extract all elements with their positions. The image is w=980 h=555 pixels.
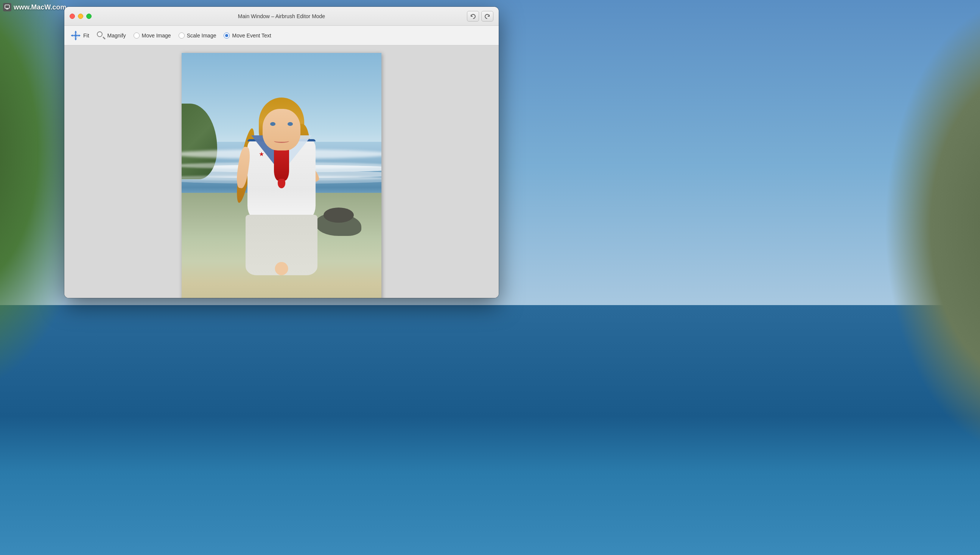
svg-point-10 <box>75 34 77 36</box>
main-image[interactable]: ★ <box>182 53 381 298</box>
undo-redo-group <box>467 11 493 22</box>
move-event-text-radio[interactable]: Move Event Text <box>224 32 271 38</box>
move-event-text-radio-circle <box>224 32 230 38</box>
scale-image-radio[interactable]: Scale Image <box>179 32 216 38</box>
title-bar: Main Window – Airbrush Editor Mode <box>64 7 499 26</box>
fit-label: Fit <box>83 32 89 38</box>
scale-image-label: Scale Image <box>187 32 216 38</box>
svg-rect-0 <box>5 5 10 8</box>
fit-icon <box>70 30 81 41</box>
magnify-icon <box>97 31 105 40</box>
close-button[interactable] <box>70 14 75 19</box>
window-title: Main Window – Airbrush Editor Mode <box>238 13 325 19</box>
svg-marker-7 <box>74 38 77 40</box>
svg-marker-9 <box>79 34 80 37</box>
move-image-label: Move Image <box>142 32 171 38</box>
site-icon <box>3 3 11 11</box>
traffic-lights <box>70 14 92 19</box>
site-label: www.MacW.com <box>3 3 66 11</box>
main-window: Main Window – Airbrush Editor Mode <box>64 7 499 298</box>
redo-button[interactable] <box>481 11 493 22</box>
svg-marker-6 <box>74 30 77 32</box>
move-image-radio[interactable]: Move Image <box>134 32 171 38</box>
girl-face <box>262 109 301 151</box>
girl-hand <box>275 262 288 275</box>
maximize-button[interactable] <box>86 14 92 19</box>
magnify-tool[interactable]: Magnify <box>97 31 126 40</box>
move-image-radio-circle <box>134 32 140 38</box>
girl-figure: ★ <box>232 98 331 294</box>
move-event-text-label: Move Event Text <box>232 32 271 38</box>
undo-button[interactable] <box>467 11 479 22</box>
canvas-area: ★ <box>64 45 499 298</box>
toolbar: Fit Magnify Move Image Scale Image Move … <box>64 26 499 45</box>
scale-image-radio-circle <box>179 32 185 38</box>
girl-tie <box>274 147 289 181</box>
svg-marker-8 <box>71 34 72 37</box>
fit-tool[interactable]: Fit <box>70 30 89 41</box>
minimize-button[interactable] <box>78 14 83 19</box>
magnify-label: Magnify <box>108 32 126 38</box>
